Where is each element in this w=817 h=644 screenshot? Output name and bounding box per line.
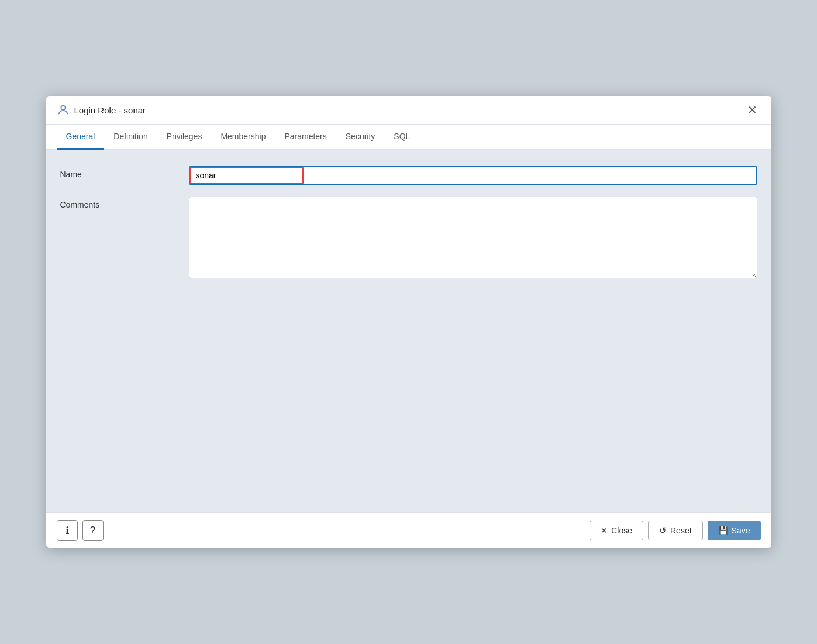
save-label: Save [732, 526, 750, 535]
tab-general[interactable]: General [57, 125, 105, 150]
dialog-title: Login Role - sonar [57, 104, 146, 116]
tabs-bar: General Definition Privileges Membership… [46, 125, 771, 150]
login-role-dialog: Login Role - sonar ✕ General Definition … [46, 96, 771, 548]
footer-right: ✕ Close ↺ Reset 💾 Save [590, 521, 760, 540]
name-input[interactable] [189, 166, 757, 185]
tab-membership[interactable]: Membership [211, 125, 275, 150]
comments-field-wrapper [189, 197, 757, 280]
save-icon: 💾 [718, 526, 728, 535]
dialog-footer: ℹ ? ✕ Close ↺ Reset 💾 Save [46, 512, 771, 548]
dialog-close-button[interactable]: ✕ [744, 103, 761, 117]
svg-point-0 [61, 106, 65, 110]
comments-label: Comments [60, 197, 189, 209]
tab-security[interactable]: Security [336, 125, 385, 150]
name-field-inner [189, 166, 757, 185]
name-label: Name [60, 166, 189, 179]
user-icon [57, 104, 70, 116]
comments-row: Comments [60, 197, 757, 280]
tab-sql[interactable]: SQL [384, 125, 419, 150]
footer-left: ℹ ? [57, 520, 104, 541]
close-button[interactable]: ✕ Close [590, 521, 643, 540]
dialog-titlebar: Login Role - sonar ✕ [46, 96, 771, 125]
name-field-wrapper [189, 166, 757, 185]
reset-button[interactable]: ↺ Reset [648, 521, 703, 540]
help-button[interactable]: ? [82, 520, 104, 541]
close-x-icon: ✕ [601, 526, 608, 535]
reset-icon: ↺ [659, 525, 667, 536]
name-row: Name [60, 166, 757, 185]
info-icon: ℹ [66, 525, 69, 537]
info-button[interactable]: ℹ [57, 520, 78, 541]
dialog-body: Name Comments [46, 150, 771, 512]
comments-input[interactable] [189, 197, 757, 278]
tab-definition[interactable]: Definition [104, 125, 157, 150]
dialog-title-text: Login Role - sonar [74, 105, 146, 115]
close-label: Close [611, 526, 632, 535]
tab-parameters[interactable]: Parameters [275, 125, 336, 150]
tab-privileges[interactable]: Privileges [157, 125, 212, 150]
help-icon: ? [90, 525, 95, 536]
reset-label: Reset [670, 526, 692, 535]
save-button[interactable]: 💾 Save [708, 521, 761, 540]
